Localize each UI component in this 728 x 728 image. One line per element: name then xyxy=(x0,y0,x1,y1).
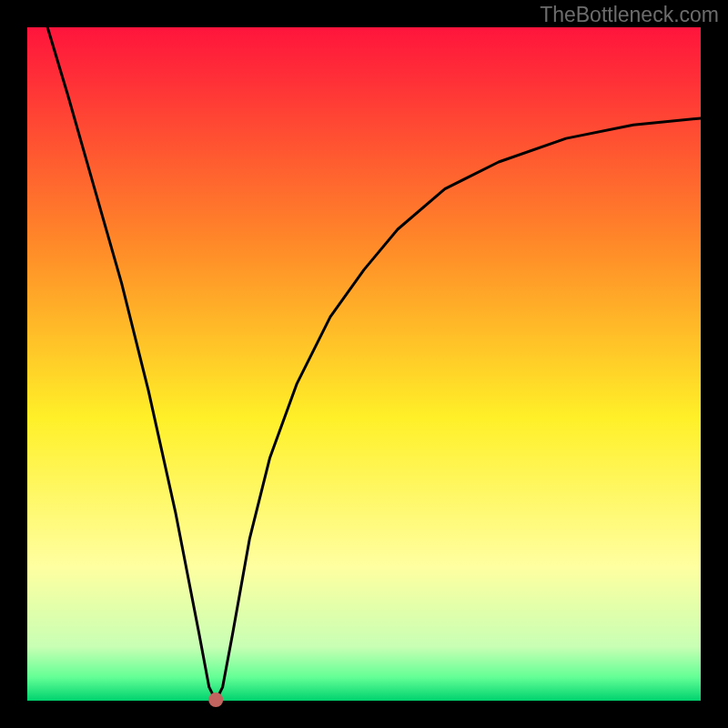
chart-container: TheBottleneck.com xyxy=(0,0,728,728)
watermark-text: TheBottleneck.com xyxy=(540,3,719,27)
plot-area xyxy=(27,27,701,701)
bottleneck-curve-chart xyxy=(0,0,728,728)
minimum-marker-icon xyxy=(208,693,223,707)
